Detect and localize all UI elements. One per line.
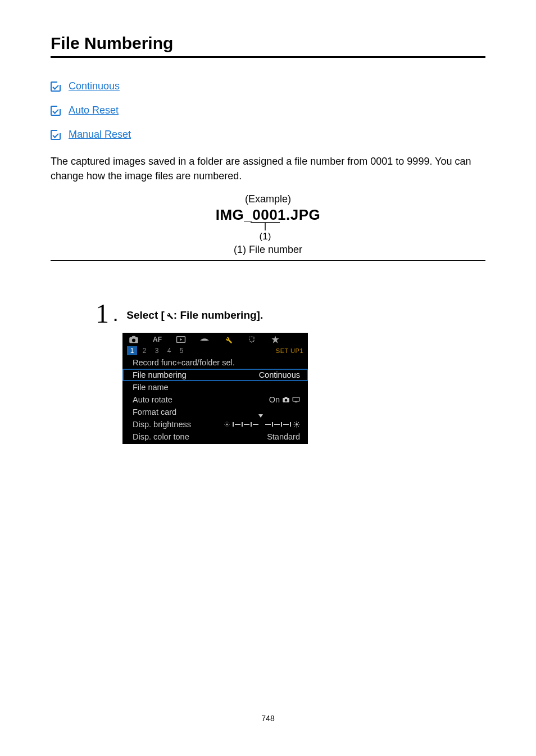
step-number: 1 [96, 300, 109, 327]
step-instruction: Select [: File numbering]. [126, 309, 263, 323]
step-number-dot: . [113, 307, 117, 325]
step-block: 1 . Select [: File numbering]. AF 1 2 3 … [96, 300, 485, 444]
menu-row-auto-rotate: Auto rotate On [122, 393, 308, 406]
example-caption: (1) File number [51, 244, 485, 256]
toc-link-label[interactable]: Continuous [69, 80, 120, 92]
example-block: (Example) IMG_0001.JPG (1) (1) File numb… [51, 193, 485, 261]
toc-link-label[interactable]: Auto Reset [69, 105, 119, 116]
menu-rows: Record func+card/folder sel. File number… [122, 356, 308, 444]
menu-row-disp-color-tone: Disp. color tone Standard [122, 431, 308, 443]
svg-line-13 [229, 426, 229, 427]
menu-row-format-card: Format card [122, 406, 308, 418]
monitor-small-icon [292, 396, 300, 403]
example-callout-number: (1) [260, 231, 271, 242]
svg-rect-6 [295, 402, 298, 402]
custom-tab-icon [245, 335, 258, 344]
slider-marker-icon [258, 414, 263, 427]
toc-link-list: Continuous Auto Reset Manual Reset [51, 80, 485, 141]
svg-line-22 [298, 426, 299, 427]
checkbox-link-icon [51, 82, 61, 92]
af-tab-icon: AF [151, 335, 164, 344]
example-callout-arrow: (1) [51, 221, 485, 242]
svg-line-24 [298, 422, 299, 423]
menu-row-disp-brightness: Disp. brightness [122, 418, 308, 431]
toc-link-auto-reset[interactable]: Auto Reset [51, 105, 485, 116]
svg-line-21 [294, 422, 296, 423]
svg-line-12 [225, 423, 226, 423]
brightness-slider [224, 420, 300, 429]
page-number: 748 [51, 714, 485, 723]
sun-dim-icon [224, 421, 230, 428]
toc-link-continuous[interactable]: Continuous [51, 80, 485, 92]
sub-tab-right-label: SET UP1 [276, 347, 303, 354]
svg-line-15 [229, 423, 229, 423]
svg-point-16 [296, 423, 298, 425]
sub-tab-1: 1 [127, 346, 137, 355]
sub-tab-4: 4 [164, 346, 174, 355]
sub-tab-3: 3 [152, 346, 162, 355]
checkbox-link-icon [51, 106, 61, 116]
page-title: File Numbering [51, 34, 485, 53]
menu-row-record: Record func+card/folder sel. [122, 356, 308, 369]
title-rule [51, 56, 485, 58]
play-tab-icon [174, 335, 188, 344]
camera-small-icon [282, 396, 290, 403]
wrench-icon [165, 310, 174, 323]
menu-row-file-name: File name [122, 381, 308, 393]
toc-link-manual-reset[interactable]: Manual Reset [51, 129, 485, 141]
svg-line-14 [225, 426, 226, 427]
wireless-tab-icon [198, 335, 211, 344]
checkbox-link-icon [51, 130, 61, 140]
svg-line-23 [294, 426, 296, 427]
svg-rect-5 [293, 397, 299, 401]
camera-menu-screenshot: AF 1 2 3 4 5 SET UP1 Record func+card/fo… [122, 333, 308, 444]
star-tab-icon [269, 335, 282, 344]
wrench-tab-icon [221, 335, 235, 344]
svg-point-7 [226, 424, 228, 425]
menu-top-tabs: AF [122, 333, 308, 345]
camera-tab-icon [127, 335, 140, 344]
menu-row-file-numbering: File numbering Continuous [122, 369, 308, 381]
intro-paragraph: The captured images saved in a folder ar… [51, 154, 485, 183]
example-label: (Example) [51, 193, 485, 205]
sub-tab-2: 2 [139, 346, 149, 355]
svg-point-4 [251, 342, 252, 343]
svg-rect-3 [249, 337, 254, 342]
sun-bright-icon [293, 421, 300, 428]
toc-link-label[interactable]: Manual Reset [69, 129, 131, 141]
menu-sub-tabs: 1 2 3 4 5 SET UP1 [122, 345, 308, 356]
sub-tab-5: 5 [176, 346, 187, 355]
